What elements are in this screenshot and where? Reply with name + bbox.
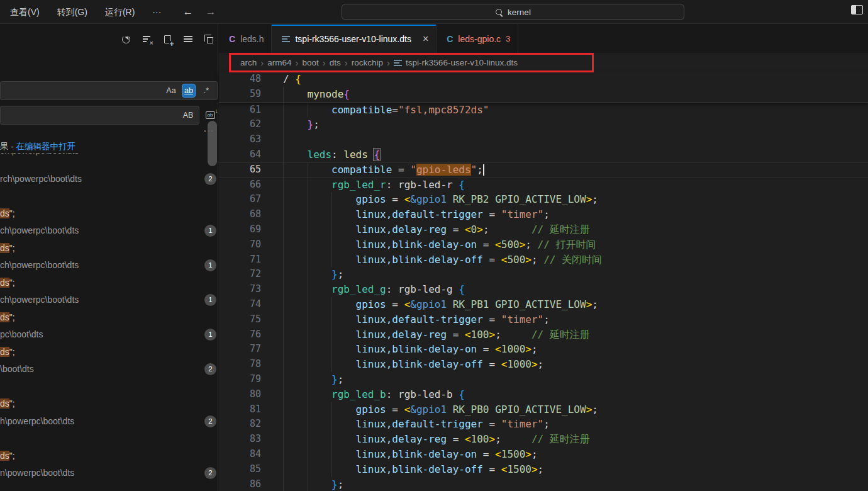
tab-leds-gpio-c[interactable]: Cleds-gpio.c3 <box>437 25 518 53</box>
line-number[interactable]: 67 <box>219 192 283 207</box>
close-icon[interactable]: × <box>423 33 428 45</box>
search-result-match-row[interactable]: ds"; <box>0 240 218 257</box>
code-line[interactable]: 83linux,delay-reg = <100>; // 延时注册 <box>219 432 868 447</box>
code-line[interactable]: 86}; <box>219 477 868 491</box>
layout-toggle-icon[interactable] <box>851 5 863 14</box>
line-number[interactable]: 86 <box>219 477 283 491</box>
line-number[interactable]: 61 <box>219 103 283 118</box>
clear-search-results-icon[interactable] <box>140 33 153 45</box>
code-line[interactable]: 79}; <box>219 372 868 387</box>
regex-toggle[interactable]: .* <box>199 84 213 98</box>
line-number[interactable]: 68 <box>219 207 283 222</box>
search-input[interactable]: Aa ab .* <box>0 81 218 100</box>
breadcrumb-file[interactable]: tspi-rk3566-user-v10-linux.dts <box>406 58 518 67</box>
line-number[interactable]: 76 <box>219 327 283 342</box>
nav-forward-icon[interactable]: → <box>203 4 219 20</box>
line-number[interactable]: 72 <box>219 267 283 282</box>
replace-input[interactable]: AB <box>0 106 199 125</box>
line-number[interactable]: 66 <box>219 178 283 193</box>
search-result-match-row[interactable]: ds"; <box>0 344 218 361</box>
line-number[interactable]: 64 <box>219 147 283 162</box>
code-line[interactable]: 61compatible="fsl,mpc8572ds" <box>219 103 868 118</box>
line-number[interactable]: 80 <box>219 387 283 402</box>
command-center-search[interactable]: kernel <box>342 4 684 20</box>
breadcrumb-segment[interactable]: dts <box>330 58 341 67</box>
line-number[interactable]: 85 <box>219 462 283 477</box>
line-number[interactable]: 79 <box>219 372 283 387</box>
menu-item-0[interactable]: 查看(V) <box>1 4 48 20</box>
code-line[interactable]: 66rgb_led_r: rgb-led-r { <box>219 178 868 193</box>
line-number[interactable]: 63 <box>219 132 283 147</box>
sticky-line[interactable]: 59mynode{ <box>219 87 868 102</box>
code-line[interactable]: 80rgb_led_b: rgb-led-b { <box>219 387 868 402</box>
code-line[interactable]: 84linux,blink-delay-on = <1500>; <box>219 447 868 462</box>
editor[interactable]: 61compatible="fsl,mpc8572ds"62};6364leds… <box>219 72 868 491</box>
code-line[interactable]: 78linux,blink-delay-off = <1000>; <box>219 357 868 372</box>
nav-back-icon[interactable]: ← <box>180 4 196 20</box>
view-as-list-icon[interactable] <box>182 33 194 45</box>
code-line[interactable]: 72}; <box>219 267 868 282</box>
code-line[interactable]: 62}; <box>219 117 868 132</box>
code-line[interactable]: 71linux,blink-delay-off = <500>; // 关闭时间 <box>219 252 868 268</box>
code-line[interactable]: 69linux,delay-reg = <0>; // 延时注册 <box>219 222 868 237</box>
preserve-case-toggle[interactable]: AB <box>181 108 195 122</box>
code-line[interactable]: 75linux,default-trigger = "timer"; <box>219 312 868 327</box>
search-result-match-row[interactable] <box>0 430 218 448</box>
breadcrumb-segment[interactable]: arm64 <box>267 58 291 67</box>
menu-more-icon[interactable]: ··· <box>143 4 170 20</box>
search-result-match-row[interactable] <box>0 378 218 396</box>
search-result-file-row[interactable]: n\powerpc\boot\dts2 <box>0 465 218 482</box>
line-number[interactable]: 84 <box>219 447 283 462</box>
new-search-editor-icon[interactable] <box>161 33 174 45</box>
sticky-line[interactable]: 48/ { <box>219 72 868 87</box>
line-number[interactable]: 82 <box>219 417 283 432</box>
tab-leds-h[interactable]: Cleds.h <box>219 25 272 53</box>
match-case-toggle[interactable]: Aa <box>164 84 178 98</box>
search-result-clipped-row[interactable]: ch\powerpc\boot\dts <box>0 153 218 171</box>
line-number[interactable]: 70 <box>219 237 283 252</box>
search-result-match-row[interactable]: ds"; <box>0 395 218 413</box>
refresh-icon[interactable] <box>120 33 132 45</box>
code-line[interactable]: 74gpios = <&gpio1 RK_PB1 GPIO_ACTIVE_LOW… <box>219 297 868 312</box>
code-line[interactable]: 64leds: leds { <box>219 147 868 162</box>
search-result-file-row[interactable]: \boot\dts2 <box>0 361 218 378</box>
scrollbar-thumb[interactable] <box>208 121 217 166</box>
search-result-file-row[interactable]: ch\powerpc\boot\dts1 <box>0 222 218 240</box>
breadcrumb-segment[interactable]: rockchip <box>352 58 383 67</box>
search-result-file-row[interactable]: h\powerpc\boot\dts2 <box>0 413 218 431</box>
line-number[interactable]: 69 <box>219 222 283 237</box>
code-line[interactable]: 82linux,default-trigger = "timer"; <box>219 417 868 432</box>
search-result-file-row[interactable]: pc\boot\dts1 <box>0 326 218 344</box>
line-number[interactable]: 65 <box>219 162 283 178</box>
line-number[interactable]: 59 <box>219 87 283 102</box>
line-number[interactable]: 73 <box>219 282 283 297</box>
search-result-match-row[interactable] <box>0 482 218 491</box>
code-line[interactable]: 65compatible = "gpio-leds"; <box>219 162 868 178</box>
code-line[interactable]: 70linux,blink-delay-on = <500>; // 打开时间 <box>219 237 868 252</box>
whole-word-toggle[interactable]: ab <box>182 84 196 98</box>
code-line[interactable]: 81gpios = <&gpio1 RK_PB0 GPIO_ACTIVE_LOW… <box>219 402 868 417</box>
line-number[interactable]: 71 <box>219 252 283 268</box>
replace-all-button[interactable]: ab <box>203 108 217 122</box>
line-number[interactable]: 75 <box>219 312 283 327</box>
code-line[interactable]: 76linux,delay-reg = <100>; // 延时注册 <box>219 327 868 342</box>
search-result-match-row[interactable]: ds"; <box>0 274 218 292</box>
search-result-match-row[interactable]: ds"; <box>0 448 218 465</box>
code-line[interactable]: 73rgb_led_g: rgb-led-g { <box>219 282 868 297</box>
line-number[interactable]: 48 <box>219 72 283 87</box>
line-number[interactable]: 83 <box>219 432 283 447</box>
tab-tspi-dts[interactable]: tspi-rk3566-user-v10-linux.dts× <box>272 25 437 53</box>
search-result-match-row[interactable] <box>0 188 218 205</box>
menu-item-1[interactable]: 转到(G) <box>48 4 96 20</box>
search-result-file-row[interactable]: rch\powerpc\boot\dts2 <box>0 171 218 188</box>
code-line[interactable]: 77linux,blink-delay-on = <1000>; <box>219 342 868 357</box>
open-in-editor-link[interactable]: 在编辑器中打开 <box>16 142 76 151</box>
menu-item-2[interactable]: 运行(R) <box>96 4 143 20</box>
code-line[interactable]: 85linux,blink-delay-off = <1500>; <box>219 462 868 477</box>
collapse-all-icon[interactable] <box>203 33 215 45</box>
line-number[interactable]: 74 <box>219 297 283 312</box>
search-result-match-row[interactable]: ds"; <box>0 309 218 327</box>
code-line[interactable]: 63 <box>219 132 868 147</box>
code-line[interactable]: 67gpios = <&gpio1 RK_PB2 GPIO_ACTIVE_LOW… <box>219 192 868 207</box>
search-result-file-row[interactable]: ch\powerpc\boot\dts1 <box>0 291 218 309</box>
